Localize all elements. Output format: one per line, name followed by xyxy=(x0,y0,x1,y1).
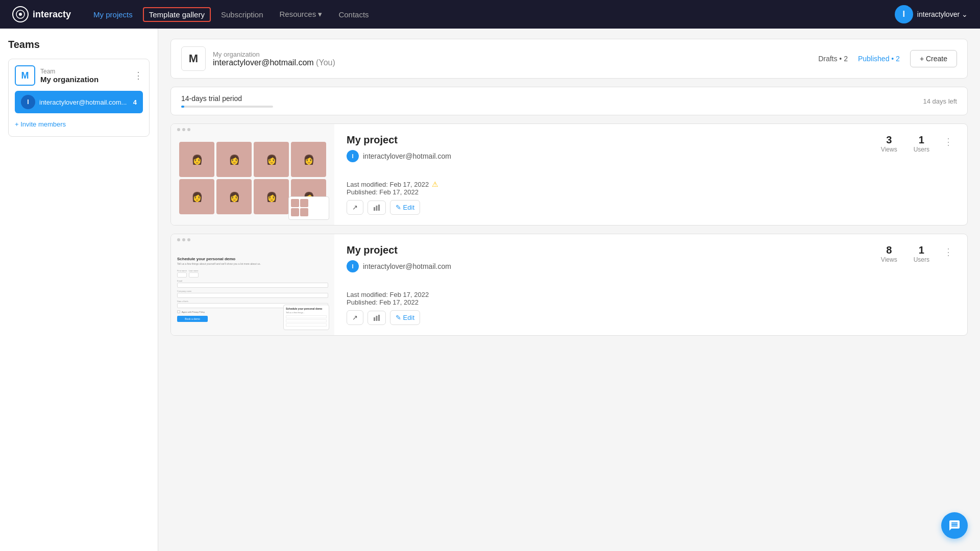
nav-template-gallery[interactable]: Template gallery xyxy=(143,7,211,22)
users-stat-1: 1 Users xyxy=(914,134,929,153)
project-details-1: My project I interactylover@hotmail.com xyxy=(347,134,451,162)
org-avatar: M xyxy=(181,46,206,71)
create-button[interactable]: + Create xyxy=(910,50,957,67)
team-avatar: M xyxy=(15,65,35,86)
org-header: M My organization interactylover@hotmail… xyxy=(170,39,968,79)
user-avatar: I xyxy=(895,5,913,23)
navbar: interacty My projects Template gallery S… xyxy=(0,0,980,29)
svg-rect-6 xyxy=(376,316,378,321)
trial-left: 14-days trial period xyxy=(181,94,273,108)
project-stats-1: 3 Views 1 Users xyxy=(881,134,929,153)
team-card: M Team My organization ⋮ I interactylove… xyxy=(8,59,150,137)
project-details-2: My project I interactylover@hotmail.com xyxy=(347,244,451,272)
team-more-icon[interactable]: ⋮ xyxy=(134,71,143,80)
member-left: I interactylover@hotmail.com... xyxy=(21,95,127,109)
sidebar: Teams M Team My organization ⋮ I interac… xyxy=(0,29,158,551)
content-area: M My organization interactylover@hotmail… xyxy=(158,29,980,551)
chat-fab-button[interactable] xyxy=(941,512,968,539)
project-thumbnail-1[interactable]: 👩 👩 👩 👩 👩 👩 👩 👩 xyxy=(171,124,334,225)
main-layout: Teams M Team My organization ⋮ I interac… xyxy=(0,29,980,551)
svg-rect-5 xyxy=(374,317,375,321)
svg-rect-3 xyxy=(376,206,378,211)
team-org-name: My organization xyxy=(40,75,99,84)
mini-preview-1 xyxy=(288,196,329,220)
project-top-1: My project I interactylover@hotmail.com … xyxy=(347,134,955,162)
owner-email-1: interactylover@hotmail.com xyxy=(363,152,451,160)
drafts-stat: Drafts • 2 xyxy=(818,55,848,63)
views-stat-2: 8 Views xyxy=(881,244,897,263)
project-menu-2[interactable]: ⋮ xyxy=(942,244,955,260)
team-info: M Team My organization xyxy=(15,65,99,86)
user-menu[interactable]: I interactylover ⌄ xyxy=(895,5,968,23)
project-card: 👩 👩 👩 👩 👩 👩 👩 👩 My project xyxy=(170,123,968,226)
owner-email-2: interactylover@hotmail.com xyxy=(363,262,451,270)
nav-my-projects[interactable]: My projects xyxy=(87,7,139,22)
project-info-2: My project I interactylover@hotmail.com … xyxy=(334,234,967,335)
project-top-2: My project I interactylover@hotmail.com … xyxy=(347,244,955,272)
org-email: interactylover@hotmail.com (You) xyxy=(213,58,335,67)
stats-button-2[interactable] xyxy=(368,311,386,325)
last-modified-2: Last modified: Feb 17, 2022 xyxy=(347,291,955,298)
org-info: My organization interactylover@hotmail.c… xyxy=(213,51,335,67)
you-label: (You) xyxy=(316,58,335,67)
member-count: 4 xyxy=(133,98,137,106)
team-name-block: Team My organization xyxy=(40,68,99,84)
member-avatar: I xyxy=(21,95,35,109)
owner-avatar-1: I xyxy=(347,150,359,162)
mini-preview-2: Schedule your personal demo Tell us a fe… xyxy=(283,305,329,330)
edit-button-1[interactable]: ✎ Edit xyxy=(390,200,420,215)
nav-resources[interactable]: Resources ▾ xyxy=(274,7,329,22)
nav-contacts[interactable]: Contacts xyxy=(332,7,375,22)
trial-bar-fill xyxy=(181,106,184,108)
project-owner-2: I interactylover@hotmail.com xyxy=(347,260,451,272)
project-info-1: My project I interactylover@hotmail.com … xyxy=(334,124,967,225)
brand-logo[interactable]: interacty xyxy=(12,6,71,22)
published-date-2: Published: Feb 17, 2022 xyxy=(347,298,955,306)
external-link-button-2[interactable]: ↗ xyxy=(347,310,363,325)
project-card-2: Schedule your personal demo Tell us a fe… xyxy=(170,234,968,336)
user-name[interactable]: interactylover ⌄ xyxy=(917,10,968,18)
nav-subscription[interactable]: Subscription xyxy=(215,7,270,22)
trial-banner: 14-days trial period 14 days left xyxy=(170,87,968,115)
project-thumbnail-2[interactable]: Schedule your personal demo Tell us a fe… xyxy=(171,234,334,335)
member-email: interactylover@hotmail.com... xyxy=(39,98,127,106)
users-stat-2: 1 Users xyxy=(914,244,929,263)
trial-progress-bar xyxy=(181,106,273,108)
team-header: M Team My organization ⋮ xyxy=(15,65,143,86)
last-modified-1: Last modified: Feb 17, 2022 ⚠ xyxy=(347,180,955,188)
stats-button-1[interactable] xyxy=(368,201,386,215)
trial-text: 14-days trial period xyxy=(181,94,273,103)
project-meta-2: Last modified: Feb 17, 2022 Published: F… xyxy=(347,283,955,325)
nav-links: My projects Template gallery Subscriptio… xyxy=(87,7,878,22)
sidebar-title: Teams xyxy=(8,39,150,51)
project-actions-1: ↗ ✎ Edit xyxy=(347,200,955,215)
edit-button-2[interactable]: ✎ Edit xyxy=(390,310,420,325)
warning-icon-1: ⚠ xyxy=(432,180,438,188)
project-menu-1[interactable]: ⋮ xyxy=(942,134,955,149)
svg-rect-4 xyxy=(378,205,380,211)
project-title-2: My project xyxy=(347,244,451,256)
thumb-dots-1 xyxy=(177,128,190,131)
org-stats: Drafts • 2 Published • 2 xyxy=(818,55,900,63)
owner-avatar-2: I xyxy=(347,260,359,272)
trial-days-left: 14 days left xyxy=(923,97,958,105)
project-stats-2: 8 Views 1 Users xyxy=(881,244,929,263)
member-row[interactable]: I interactylover@hotmail.com... 4 xyxy=(15,91,143,113)
team-label: Team xyxy=(40,68,99,75)
svg-rect-2 xyxy=(374,207,375,211)
thumb-dots-2 xyxy=(177,238,190,241)
invite-members-button[interactable]: + Invite members xyxy=(15,118,66,130)
brand-icon xyxy=(12,6,29,22)
org-name: My organization xyxy=(213,51,335,58)
project-actions-2: ↗ ✎ Edit xyxy=(347,310,955,325)
project-owner-1: I interactylover@hotmail.com xyxy=(347,150,451,162)
svg-point-1 xyxy=(19,13,22,16)
published-date-1: Published: Feb 17, 2022 xyxy=(347,188,955,196)
published-stat-link[interactable]: Published • 2 xyxy=(858,55,900,63)
external-link-button-1[interactable]: ↗ xyxy=(347,200,363,215)
svg-rect-7 xyxy=(378,315,380,321)
project-title-1: My project xyxy=(347,134,451,146)
views-stat-1: 3 Views xyxy=(881,134,897,153)
brand-name: interacty xyxy=(33,9,71,20)
project-meta-1: Last modified: Feb 17, 2022 ⚠ Published:… xyxy=(347,172,955,215)
